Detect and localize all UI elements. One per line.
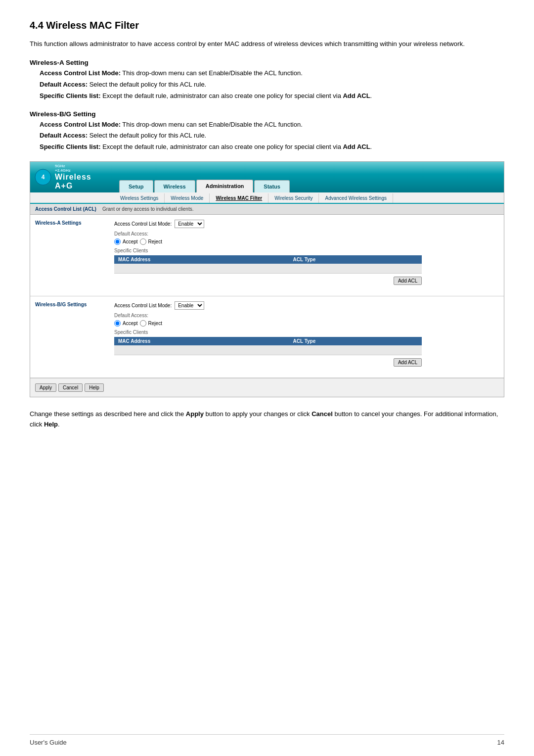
wireless-a-add-acl-link: Add ACL — [343, 92, 370, 99]
router-a-radio-row: Accept Reject — [114, 238, 499, 245]
router-wireless-bg-row: Wireless-B/G Settings Access Control Lis… — [35, 301, 499, 369]
footer-right: 14 — [497, 739, 504, 746]
router-logo-icon: 4 — [34, 168, 52, 186]
wireless-a-acl-mode-text: This drop-down menu can set Enable/Disab… — [122, 69, 302, 77]
nav-tab-administration[interactable]: Administration — [196, 180, 254, 192]
wireless-a-acl-mode-label: Access Control List Mode: — [40, 69, 121, 77]
table-row — [114, 264, 422, 274]
acl-header-label: Access Control List (ACL) — [35, 206, 96, 212]
page-title: 4.4 Wireless MAC Filter — [30, 20, 504, 31]
router-bg-mac-table: MAC Address ACL Type — [114, 337, 422, 355]
wireless-bg-body: Access Control List Mode: This drop-down… — [30, 120, 504, 152]
router-a-mac-col: MAC Address — [114, 255, 289, 264]
router-a-acl-mode-select[interactable]: Enable Disable — [175, 220, 204, 228]
wireless-bg-default-access-label: Default Access: — [40, 132, 88, 139]
footer-description: Change these settings as described here … — [30, 409, 504, 430]
acl-header-desc: Grant or deny access to individual clien… — [102, 206, 194, 212]
wireless-bg-specific-clients-text: Except the default rule, administrator c… — [102, 143, 343, 150]
router-a-accept-label: Accept — [123, 239, 138, 244]
table-row — [114, 345, 422, 355]
router-wireless-bg-section: Wireless-B/G Settings Access Control Lis… — [30, 296, 504, 378]
wireless-bg-acl-mode-desc: Access Control List Mode: This drop-down… — [40, 120, 504, 130]
router-a-mode-label: Access Control List Mode: — [114, 221, 172, 227]
wireless-a-default-access-label: Default Access: — [40, 81, 88, 88]
router-wireless-a-row: Wireless-A Settings Access Control List … — [35, 220, 499, 287]
wireless-bg-default-access-desc: Default Access: Select the default polic… — [40, 131, 504, 141]
cancel-button[interactable]: Cancel — [58, 383, 83, 392]
wireless-a-specific-clients-desc: Specific Clients list: Except the defaul… — [40, 91, 504, 101]
wireless-a-body: Access Control List Mode: This drop-down… — [30, 68, 504, 101]
router-wireless-a-content: Access Control List Mode: Enable Disable… — [114, 220, 499, 287]
router-a-reject-label: Reject — [148, 239, 162, 244]
router-bg-radio-accept[interactable] — [114, 320, 121, 327]
router-bg-specific-clients-label: Specific Clients — [114, 330, 499, 335]
help-bold: Help — [44, 421, 58, 428]
subnav-advanced-wireless[interactable]: Advanced Wireless Settings — [319, 193, 393, 203]
router-bg-add-acl-button[interactable]: Add ACL — [394, 358, 422, 367]
router-wireless-bg-content: Access Control List Mode: Enable Disable… — [114, 301, 499, 369]
router-bottom-buttons: Apply Cancel Help — [30, 378, 504, 397]
router-a-acl-type-empty — [289, 264, 422, 274]
router-bg-mac-empty — [114, 345, 289, 355]
wireless-bg-acl-mode-text: This drop-down menu can set Enable/Disab… — [122, 121, 302, 128]
router-wireless-a-section: Wireless-A Settings Access Control List … — [30, 215, 504, 296]
nav-tab-setup[interactable]: Setup — [119, 180, 153, 192]
router-a-add-acl-row: Add ACL — [114, 277, 422, 285]
router-a-add-acl-button[interactable]: Add ACL — [394, 277, 422, 285]
wireless-a-default-access-desc: Default Access: Select the default polic… — [40, 80, 504, 90]
router-logo-area: 4 5GHz +2.4GHz Wireless A+G — [30, 162, 114, 192]
wireless-bg-default-access-text: Select the default policy for this ACL r… — [89, 132, 207, 139]
router-a-radio-reject[interactable] — [140, 238, 146, 245]
wireless-a-acl-mode-desc: Access Control List Mode: This drop-down… — [40, 68, 504, 79]
router-bg-acl-type-col: ACL Type — [289, 337, 422, 345]
help-button[interactable]: Help — [85, 383, 104, 392]
subnav-wireless-mode[interactable]: Wireless Mode — [165, 193, 210, 203]
router-bg-mac-col: MAC Address — [114, 337, 289, 345]
router-content: Access Control List (ACL) Grant or deny … — [30, 204, 504, 397]
router-a-mode-row: Access Control List Mode: Enable Disable — [114, 220, 499, 228]
router-logo-badge: 5GHz +2.4GHz Wireless A+G — [55, 164, 110, 190]
subnav-wireless-security[interactable]: Wireless Security — [268, 193, 319, 203]
wireless-bg-setting-section: Wireless-B/G Setting Access Control List… — [30, 110, 504, 152]
router-bg-add-acl-row: Add ACL — [114, 358, 422, 367]
cancel-bold: Cancel — [312, 410, 333, 418]
router-a-default-access-label: Default Access: — [114, 231, 499, 236]
wireless-bg-specific-clients-label: Specific Clients list: — [40, 143, 101, 150]
router-bg-radio-reject[interactable] — [140, 320, 146, 327]
router-bg-acl-type-empty — [289, 345, 422, 355]
router-nav-bar: 4 5GHz +2.4GHz Wireless A+G Setup Wirele… — [30, 162, 504, 192]
nav-tab-status[interactable]: Status — [254, 180, 290, 192]
router-bg-accept-label: Accept — [123, 321, 138, 326]
router-ui-screenshot: 4 5GHz +2.4GHz Wireless A+G Setup Wirele… — [30, 161, 504, 397]
router-wireless-a-label: Wireless-A Settings — [35, 220, 114, 226]
router-logo-speed1: 5GHz — [55, 164, 65, 168]
router-a-acl-type-col: ACL Type — [289, 255, 422, 264]
nav-tab-wireless[interactable]: Wireless — [154, 180, 195, 192]
router-logo-brand: Wireless A+G — [55, 173, 110, 190]
router-bg-reject-label: Reject — [148, 321, 162, 326]
intro-paragraph: This function allows administrator to ha… — [30, 39, 504, 49]
router-bg-mode-label: Access Control List Mode: — [114, 303, 172, 308]
wireless-a-default-access-text: Select the default policy for this ACL r… — [89, 81, 207, 88]
wireless-a-setting-section: Wireless-A Setting Access Control List M… — [30, 59, 504, 101]
router-bg-acl-mode-select[interactable]: Enable Disable — [175, 301, 204, 310]
router-a-mac-empty — [114, 264, 289, 274]
router-bg-radio-row: Accept Reject — [114, 320, 499, 327]
acl-header-row: Access Control List (ACL) Grant or deny … — [30, 204, 504, 215]
svg-text:4: 4 — [42, 174, 45, 181]
router-nav-tabs: Setup Wireless Administration Status — [114, 162, 504, 192]
wireless-bg-specific-clients-desc: Specific Clients list: Except the defaul… — [40, 142, 504, 152]
wireless-bg-acl-mode-label: Access Control List Mode: — [40, 121, 121, 128]
router-subnav: Wireless Settings Wireless Mode Wireless… — [30, 192, 504, 204]
apply-button[interactable]: Apply — [35, 383, 56, 392]
router-a-mac-table: MAC Address ACL Type — [114, 255, 422, 274]
wireless-bg-heading: Wireless-B/G Setting — [30, 110, 504, 118]
router-a-radio-accept[interactable] — [114, 238, 121, 245]
router-logo-speed2: +2.4GHz — [55, 168, 71, 173]
page-footer: User's Guide 14 — [30, 734, 504, 746]
router-bg-default-access-label: Default Access: — [114, 313, 499, 318]
subnav-wireless-mac-filter[interactable]: Wireless MAC Filter — [210, 193, 268, 203]
wireless-a-specific-clients-text: Except the default rule, administrator c… — [102, 92, 343, 99]
subnav-wireless-settings[interactable]: Wireless Settings — [114, 193, 165, 203]
wireless-a-heading: Wireless-A Setting — [30, 59, 504, 66]
